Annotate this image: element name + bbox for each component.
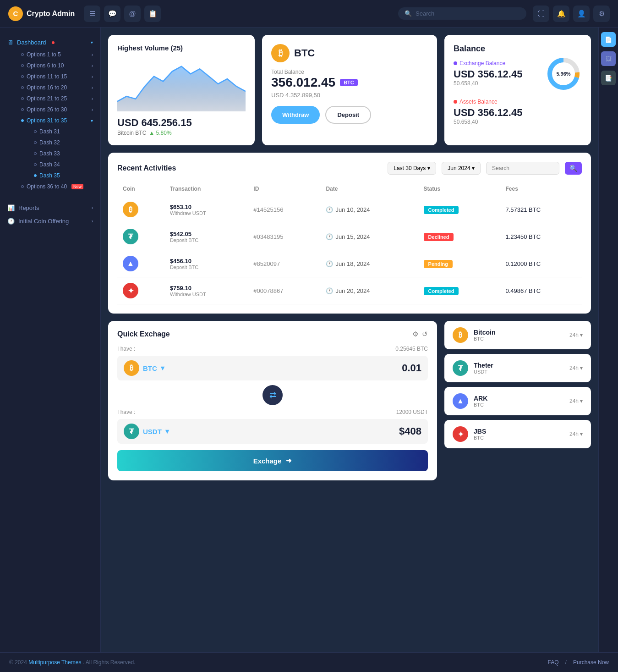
sidebar-item-opt-6-10[interactable]: Options 6 to 10 › [14, 60, 100, 71]
search-input[interactable] [416, 10, 520, 17]
sidebar-item-dash-32[interactable]: Dash 32 [23, 137, 100, 148]
list-item[interactable]: ✦ JBS BTC 24h ▾ [444, 420, 591, 448]
right-mini-sidebar: 📄 🖼 📑 [598, 28, 618, 652]
purchase-link[interactable]: Purchase Now [573, 659, 609, 666]
clipboard-icon-btn[interactable]: 📋 [144, 6, 161, 22]
exchange-history-icon-btn[interactable]: ↺ [422, 330, 428, 338]
right-panel-btn-2[interactable]: 🖼 [601, 51, 616, 66]
tx-type: Withdraw USDT [170, 292, 242, 297]
mention-icon-btn[interactable]: @ [124, 6, 141, 22]
sidebar-item-opt-16-20[interactable]: Options 16 to 20 › [14, 82, 100, 93]
btc-icon: ₿ [271, 44, 290, 62]
gear-icon-btn[interactable]: ⚙ [593, 6, 610, 22]
crypto-avatar: ✦ [453, 426, 468, 442]
swap-button[interactable]: ⇄ [263, 385, 283, 405]
svg-text:5.96%: 5.96% [556, 71, 570, 77]
sub-circle-icon [21, 97, 24, 100]
tx-amount: $456.10 [170, 258, 242, 264]
activities-header: Recent Activities Last 30 Days ▾ Jun 202… [117, 162, 582, 175]
fees-cell: 7.57321 BTC [500, 196, 582, 223]
exchange-from-row: ₿ BTC ▾ 0.01 [117, 356, 428, 380]
sidebar-dashboard-section: 🖥 Dashboard ▾ Options 1 to 5 › Options 6… [0, 34, 100, 194]
donut-chart-container: 5.96% [545, 55, 582, 94]
app-name: Crypto Admin [27, 10, 75, 18]
crypto-avatar: ₮ [453, 360, 468, 376]
exchange-to-value: $408 [399, 425, 421, 437]
withdraw-button[interactable]: Withdraw [271, 106, 320, 124]
sidebar-item-opt-31-35[interactable]: Options 31 to 35 ▾ [14, 115, 100, 126]
crypto-name: ARK [474, 395, 564, 402]
coin-cell: ₮ [117, 223, 164, 250]
exchange-card: Quick Exchage ⚙ ↺ I have : 0.25645 BTC ₿… [108, 321, 437, 480]
activities-search-button[interactable]: 🔍 [565, 162, 582, 175]
bar-chart-icon: 📊 [7, 204, 15, 211]
deposit-button[interactable]: Deposit [325, 106, 371, 124]
sub-circle-icon [21, 75, 24, 78]
fees-cell: 0.49867 BTC [500, 277, 582, 304]
coin-avatar: ▲ [123, 256, 138, 271]
list-item[interactable]: ₿ Bitcoin BTC 24h ▾ [444, 321, 591, 349]
nav-icons: ☰ 💬 @ 📋 [84, 6, 161, 22]
crypto-avatar: ▲ [453, 393, 468, 409]
exchange-title: Quick Exchage [117, 330, 409, 338]
col-date: Date [320, 182, 418, 196]
sidebar-item-opt-11-15[interactable]: Options 11 to 15 › [14, 71, 100, 82]
bell-icon-btn[interactable]: 🔔 [553, 6, 569, 22]
clock-icon: 🕐 [326, 260, 333, 267]
sidebar-item-dashboard[interactable]: 🖥 Dashboard ▾ [0, 36, 100, 49]
coin-avatar: ₮ [123, 229, 138, 244]
activities-search-input[interactable] [486, 162, 559, 175]
exchange-to-coin[interactable]: ₮ USDT ▾ [124, 424, 399, 439]
menu-icon-btn[interactable]: ☰ [84, 6, 100, 22]
sidebar-item-opt-1-5[interactable]: Options 1 to 5 › [14, 49, 100, 60]
sub-circle-icon [21, 86, 24, 89]
sidebar-item-dash-33[interactable]: Dash 33 [23, 148, 100, 159]
tx-type: Withdraw USDT [170, 210, 242, 216]
volume-card: Highest Volume (25) [108, 35, 255, 145]
fullscreen-icon-btn[interactable]: ⛶ [533, 6, 549, 22]
sidebar-item-dash-35[interactable]: Dash 35 [23, 170, 100, 181]
sidebar-item-opt-26-30[interactable]: Options 26 to 30 › [14, 104, 100, 115]
table-row: ▲ $456.10 Deposit BTC #8520097 🕐 Jun 18,… [117, 250, 582, 277]
sidebar-item-dash-34[interactable]: Dash 34 [23, 159, 100, 170]
sidebar-label-opt-6-10: Options 6 to 10 [27, 62, 64, 69]
sidebar-item-opt-36-40[interactable]: Options 36 to 40 New [14, 181, 100, 192]
sidebar-item-dash-31[interactable]: Dash 31 [23, 126, 100, 137]
status-badge: Pending [424, 260, 453, 268]
tx-id-cell: #8520097 [248, 250, 320, 277]
sidebar-item-reports[interactable]: 📊 Reports › [0, 201, 100, 215]
top-bar: C Crypto Admin ☰ 💬 @ 📋 🔍 ⛶ 🔔 👤 ⚙ [0, 0, 618, 28]
right-panel-btn-3[interactable]: 📑 [601, 71, 616, 85]
exchange-from-coin[interactable]: ₿ BTC ▾ [124, 360, 402, 376]
dashboard-chevron-icon: ▾ [91, 40, 93, 45]
user-icon-btn[interactable]: 👤 [573, 6, 590, 22]
chat-icon-btn[interactable]: 💬 [104, 6, 120, 22]
sidebar-item-opt-21-25[interactable]: Options 21 to 25 › [14, 93, 100, 104]
exchange-button[interactable]: Exchage ➜ [117, 450, 428, 471]
coin-avatar: ✦ [123, 283, 138, 298]
btc-badge: BTC [340, 79, 358, 86]
sub-circle-icon [34, 152, 37, 155]
right-panel-btn-1[interactable]: 📄 [601, 32, 616, 47]
status-cell: Declined [418, 223, 500, 250]
filter-last30-button[interactable]: Last 30 Days ▾ [388, 162, 436, 175]
ico-label: Initial Coin Offering [18, 218, 69, 225]
exchange-settings-icon-btn[interactable]: ⚙ [412, 330, 418, 338]
list-item[interactable]: ₮ Theter USDT 24h ▾ [444, 354, 591, 382]
date-filter-button[interactable]: Jun 2024 ▾ [442, 162, 481, 175]
col-status: Status [418, 182, 500, 196]
dash-33-label: Dash 33 [39, 150, 60, 157]
list-item[interactable]: ▲ ARK BTC 24h ▾ [444, 387, 591, 415]
status-badge: Completed [424, 206, 459, 214]
crypto-name: Theter [474, 362, 564, 369]
tx-type: Deposit BTC [170, 264, 242, 270]
faq-link[interactable]: FAQ [548, 659, 559, 666]
sidebar-dashboard-label: Dashboard [17, 39, 46, 46]
transaction-cell: $653.10 Withdraw USDT [164, 196, 248, 223]
tx-amount: $759.10 [170, 285, 242, 292]
main-content: Highest Volume (25) [101, 28, 598, 652]
sidebar-item-ico[interactable]: 🕐 Initial Coin Offering › [0, 215, 100, 228]
activities-card: Recent Activities Last 30 Days ▾ Jun 202… [108, 153, 591, 314]
logo-circle: C [8, 6, 23, 21]
transaction-cell: $456.10 Deposit BTC [164, 250, 248, 277]
